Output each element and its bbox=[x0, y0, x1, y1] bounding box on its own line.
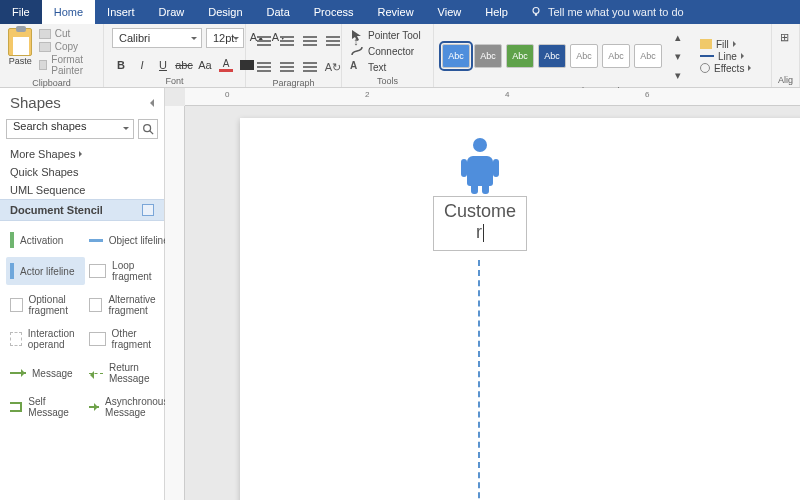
svg-point-2 bbox=[144, 125, 151, 132]
tab-home[interactable]: Home bbox=[42, 0, 95, 24]
tab-help[interactable]: Help bbox=[473, 0, 520, 24]
bullets-button[interactable] bbox=[323, 32, 343, 50]
tab-review[interactable]: Review bbox=[366, 0, 426, 24]
tab-data[interactable]: Data bbox=[255, 0, 302, 24]
group-shape-styles: Abc Abc Abc Abc Abc Abc Abc ▴ ▾ ▾ Fill L… bbox=[434, 24, 772, 87]
ruler-vertical bbox=[165, 106, 185, 500]
svg-rect-1 bbox=[535, 14, 537, 16]
style-swatch-4[interactable]: Abc bbox=[538, 44, 566, 68]
tab-view[interactable]: View bbox=[426, 0, 474, 24]
more-shapes-link[interactable]: More Shapes bbox=[0, 145, 164, 163]
style-gallery[interactable]: Abc Abc Abc Abc Abc Abc Abc ▴ ▾ ▾ bbox=[442, 28, 688, 84]
text-cursor bbox=[483, 224, 484, 242]
cut-icon bbox=[39, 29, 51, 39]
pointer-tool-button[interactable]: Pointer Tool bbox=[350, 28, 421, 42]
ribbon: Paste Cut Copy Format Painter Clipboard … bbox=[0, 24, 800, 88]
shape-self-message[interactable]: Self Message bbox=[6, 393, 85, 421]
underline-button[interactable]: U bbox=[154, 56, 172, 74]
align-bottom-button[interactable] bbox=[300, 58, 320, 76]
fill-button[interactable]: Fill bbox=[700, 39, 754, 50]
tell-me-label: Tell me what you want to do bbox=[548, 6, 684, 18]
align-center-button[interactable] bbox=[277, 32, 297, 50]
align-middle-button[interactable] bbox=[277, 58, 297, 76]
format-painter-icon bbox=[39, 60, 48, 70]
connector-tool-button[interactable]: Connector bbox=[350, 44, 414, 58]
actor-label-editor[interactable]: Custome r bbox=[433, 196, 527, 251]
gallery-down-button[interactable]: ▾ bbox=[668, 47, 688, 65]
quick-shapes-link[interactable]: Quick Shapes bbox=[0, 163, 164, 181]
group-tools: Pointer Tool Connector AText Tools bbox=[342, 24, 434, 87]
font-name-combo[interactable]: Calibri bbox=[112, 28, 202, 48]
canvas-area[interactable]: 0 2 4 6 Custome r bbox=[165, 88, 800, 500]
tab-file[interactable]: File bbox=[0, 0, 42, 24]
align-right-button[interactable] bbox=[300, 32, 320, 50]
shape-list: Activation Object lifeline Actor lifelin… bbox=[0, 221, 164, 429]
style-swatch-2[interactable]: Abc bbox=[474, 44, 502, 68]
style-swatch-6[interactable]: Abc bbox=[602, 44, 630, 68]
bold-button[interactable]: B bbox=[112, 56, 130, 74]
style-swatch-5[interactable]: Abc bbox=[570, 44, 598, 68]
font-color-button[interactable]: A bbox=[217, 56, 235, 74]
lifeline-line[interactable] bbox=[478, 260, 480, 500]
line-icon bbox=[700, 55, 714, 57]
drawing-page[interactable]: Custome r bbox=[240, 118, 800, 500]
shape-actor-lifeline[interactable]: Actor lifeline bbox=[6, 257, 85, 285]
shape-activation[interactable]: Activation bbox=[6, 229, 85, 251]
paste-button[interactable]: Paste bbox=[8, 28, 33, 66]
ruler-horizontal: 0 2 4 6 bbox=[185, 88, 800, 106]
effects-button[interactable]: Effects bbox=[700, 63, 754, 74]
fill-icon bbox=[700, 39, 712, 49]
tab-process[interactable]: Process bbox=[302, 0, 366, 24]
shapes-pane-title: Shapes bbox=[10, 94, 61, 111]
change-case-button[interactable]: Aa bbox=[196, 56, 214, 74]
strikethrough-button[interactable]: abc bbox=[175, 56, 193, 74]
lightbulb-icon bbox=[530, 6, 542, 18]
style-swatch-1[interactable]: Abc bbox=[442, 44, 470, 68]
tab-design[interactable]: Design bbox=[196, 0, 254, 24]
gallery-up-button[interactable]: ▴ bbox=[668, 28, 688, 46]
group-paragraph: ↕ A↻ Paragraph bbox=[246, 24, 342, 87]
shape-optional-fragment[interactable]: Optional fragment bbox=[6, 291, 85, 319]
group-label-align: Alig bbox=[774, 73, 797, 85]
style-swatch-7[interactable]: Abc bbox=[634, 44, 662, 68]
align-left-button[interactable] bbox=[254, 32, 274, 50]
format-painter-button[interactable]: Format Painter bbox=[39, 54, 95, 76]
search-icon bbox=[142, 123, 154, 135]
group-label-font: Font bbox=[112, 74, 237, 86]
actor-lifeline-shape[interactable]: Custome r bbox=[430, 138, 530, 251]
line-button[interactable]: Line bbox=[700, 51, 754, 62]
tell-me-search[interactable]: Tell me what you want to do bbox=[520, 0, 694, 24]
shape-interaction-operand[interactable]: Interaction operand bbox=[6, 325, 85, 353]
font-size-combo[interactable]: 12pt. bbox=[206, 28, 244, 48]
copy-button[interactable]: Copy bbox=[39, 41, 95, 52]
group-font: Calibri 12pt. A▲ A▼ B I U abc Aa A Font bbox=[104, 24, 246, 87]
group-align: ⊞ Alig bbox=[772, 24, 800, 87]
search-shapes-input[interactable]: Search shapes bbox=[6, 119, 134, 139]
shapes-pane: Shapes Search shapes More Shapes Quick S… bbox=[0, 88, 165, 500]
effects-icon bbox=[700, 63, 710, 73]
italic-button[interactable]: I bbox=[133, 56, 151, 74]
group-label-paragraph: Paragraph bbox=[254, 76, 333, 88]
actor-icon bbox=[462, 138, 498, 190]
text-direction-button[interactable]: A↻ bbox=[323, 58, 343, 76]
search-button[interactable] bbox=[138, 119, 158, 139]
copy-icon bbox=[39, 42, 51, 52]
text-icon: A bbox=[350, 60, 364, 74]
gallery-more-button[interactable]: ▾ bbox=[668, 66, 688, 84]
uml-sequence-link[interactable]: UML Sequence bbox=[0, 181, 164, 199]
document-stencil-header[interactable]: Document Stencil bbox=[0, 199, 164, 221]
text-tool-button[interactable]: AText bbox=[350, 60, 386, 74]
tab-insert[interactable]: Insert bbox=[95, 0, 147, 24]
group-clipboard: Paste Cut Copy Format Painter Clipboard bbox=[0, 24, 104, 87]
connector-icon bbox=[350, 44, 364, 58]
svg-point-0 bbox=[533, 8, 539, 14]
pointer-icon bbox=[350, 28, 364, 42]
workspace: Shapes Search shapes More Shapes Quick S… bbox=[0, 88, 800, 500]
align-button[interactable]: ⊞ bbox=[774, 28, 794, 46]
collapse-pane-button[interactable] bbox=[146, 99, 154, 107]
tab-draw[interactable]: Draw bbox=[147, 0, 197, 24]
cut-button[interactable]: Cut bbox=[39, 28, 95, 39]
align-top-button[interactable] bbox=[254, 58, 274, 76]
style-swatch-3[interactable]: Abc bbox=[506, 44, 534, 68]
shape-message[interactable]: Message bbox=[6, 359, 85, 387]
